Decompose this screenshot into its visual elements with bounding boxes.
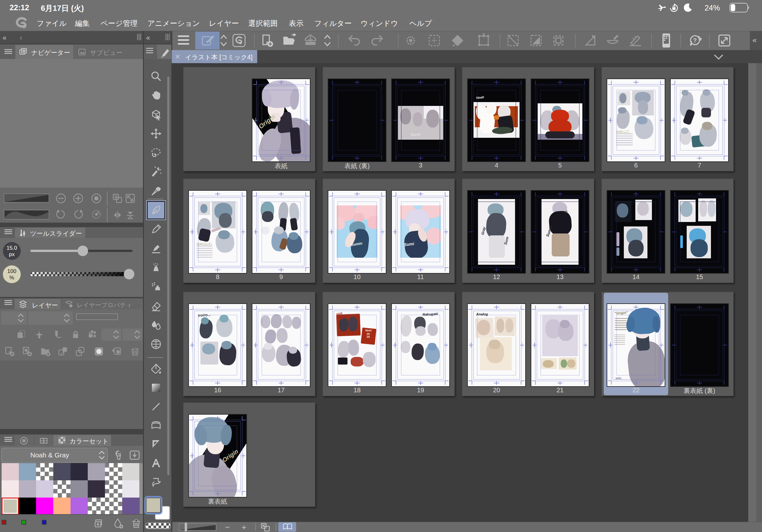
svg-text:?: ?	[693, 37, 697, 44]
